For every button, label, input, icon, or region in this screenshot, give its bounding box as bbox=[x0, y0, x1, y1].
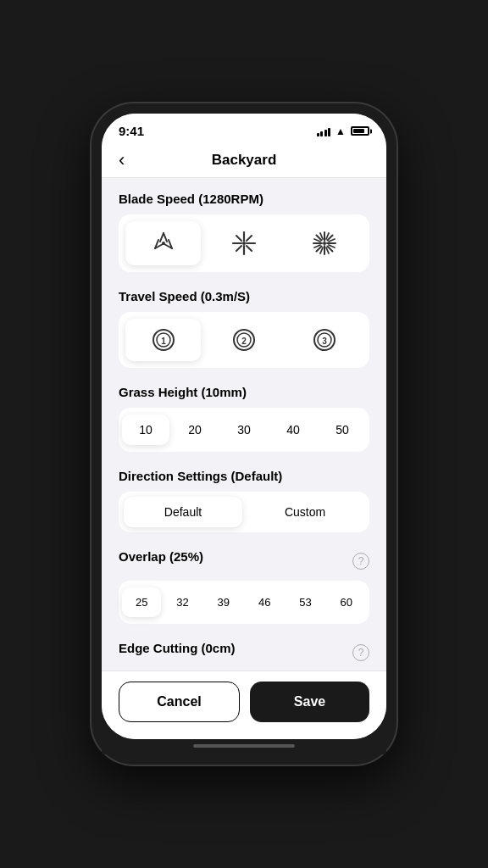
back-button[interactable]: ‹ bbox=[119, 149, 125, 171]
nav-bar: ‹ Backyard bbox=[102, 143, 386, 178]
overlap-46[interactable]: 46 bbox=[245, 587, 284, 617]
edge-cutting-help-icon[interactable]: ? bbox=[352, 644, 369, 661]
page-title: Backyard bbox=[212, 152, 277, 169]
travel-speed-2[interactable]: 2 bbox=[206, 319, 281, 361]
svg-line-26 bbox=[326, 233, 329, 239]
blade-speed-low[interactable] bbox=[125, 221, 201, 265]
battery-icon bbox=[351, 126, 369, 136]
svg-text:2: 2 bbox=[241, 337, 247, 346]
svg-line-13 bbox=[247, 246, 252, 251]
blade-speed-medium[interactable] bbox=[206, 221, 281, 265]
edge-cutting-header: Edge Cutting (0cm) ? bbox=[119, 641, 369, 664]
svg-line-28 bbox=[329, 245, 335, 248]
overlap-60[interactable]: 60 bbox=[327, 587, 366, 617]
svg-text:3: 3 bbox=[323, 337, 328, 346]
svg-line-30 bbox=[320, 248, 323, 253]
blade-speed-label: Blade Speed (1280RPM) bbox=[119, 192, 369, 206]
overlap-section: Overlap (25%) ? 25 32 39 46 53 60 bbox=[119, 549, 369, 624]
wifi-icon: ▲ bbox=[336, 125, 346, 137]
grass-height-options: 10 20 30 40 50 bbox=[119, 408, 369, 452]
overlap-header: Overlap (25%) ? bbox=[119, 549, 369, 572]
overlap-label: Overlap (25%) bbox=[119, 549, 203, 564]
edge-cutting-section: Edge Cutting (0cm) ? bbox=[119, 641, 369, 670]
blade-speed-high[interactable] bbox=[287, 221, 363, 265]
svg-line-2 bbox=[164, 233, 167, 242]
travel-speed-3[interactable]: 3 bbox=[287, 319, 363, 361]
blade-speed-options bbox=[119, 214, 369, 272]
scroll-content: Blade Speed (1280RPM) bbox=[102, 178, 386, 670]
grass-height-30[interactable]: 30 bbox=[220, 415, 268, 445]
home-indicator bbox=[102, 739, 386, 754]
grass-height-20[interactable]: 20 bbox=[171, 415, 219, 445]
signal-icon bbox=[317, 126, 331, 136]
home-bar bbox=[193, 744, 295, 748]
svg-line-1 bbox=[160, 233, 164, 242]
direction-options: Default Custom bbox=[119, 492, 369, 532]
svg-line-15 bbox=[236, 246, 241, 251]
svg-line-14 bbox=[247, 236, 252, 241]
save-button[interactable]: Save bbox=[250, 682, 369, 722]
svg-point-7 bbox=[242, 242, 246, 245]
phone-screen: 9:41 ▲ ‹ Backyard Bl bbox=[102, 114, 386, 739]
bottom-bar: Cancel Save bbox=[102, 670, 386, 739]
direction-label: Direction Settings (Default) bbox=[119, 469, 369, 483]
direction-custom[interactable]: Custom bbox=[246, 497, 364, 527]
grass-height-label: Grass Height (10mm) bbox=[119, 385, 369, 399]
direction-section: Direction Settings (Default) Default Cus… bbox=[119, 469, 369, 532]
grass-height-50[interactable]: 50 bbox=[319, 415, 366, 445]
grass-height-section: Grass Height (10mm) 10 20 30 40 50 bbox=[119, 385, 369, 452]
overlap-32[interactable]: 32 bbox=[163, 587, 202, 617]
svg-text:1: 1 bbox=[161, 337, 166, 346]
overlap-53[interactable]: 53 bbox=[286, 587, 324, 617]
travel-speed-section: Travel Speed (0.3m/S) 1 2 bbox=[119, 289, 369, 368]
travel-speed-1[interactable]: 1 bbox=[125, 319, 201, 361]
blade-speed-section: Blade Speed (1280RPM) bbox=[119, 192, 369, 272]
overlap-help-icon[interactable]: ? bbox=[352, 553, 369, 570]
svg-line-12 bbox=[236, 236, 241, 241]
status-time: 9:41 bbox=[119, 124, 144, 138]
status-bar: 9:41 ▲ bbox=[102, 114, 386, 143]
svg-line-25 bbox=[320, 233, 323, 239]
grass-height-40[interactable]: 40 bbox=[269, 415, 317, 445]
svg-point-16 bbox=[323, 242, 326, 245]
travel-speed-options: 1 2 3 bbox=[119, 312, 369, 368]
edge-cutting-label: Edge Cutting (0cm) bbox=[119, 641, 236, 655]
svg-line-29 bbox=[326, 248, 329, 253]
overlap-25[interactable]: 25 bbox=[122, 587, 161, 617]
svg-line-32 bbox=[314, 239, 320, 242]
grass-height-10[interactable]: 10 bbox=[122, 415, 169, 445]
direction-default[interactable]: Default bbox=[124, 497, 242, 527]
svg-line-27 bbox=[329, 239, 335, 242]
svg-line-31 bbox=[314, 245, 320, 248]
overlap-options: 25 32 39 46 53 60 bbox=[119, 581, 369, 624]
overlap-39[interactable]: 39 bbox=[204, 587, 243, 617]
travel-speed-label: Travel Speed (0.3m/S) bbox=[119, 289, 369, 303]
cancel-button[interactable]: Cancel bbox=[119, 682, 240, 722]
phone-frame: 9:41 ▲ ‹ Backyard Bl bbox=[92, 103, 396, 765]
status-icons: ▲ bbox=[317, 125, 369, 137]
